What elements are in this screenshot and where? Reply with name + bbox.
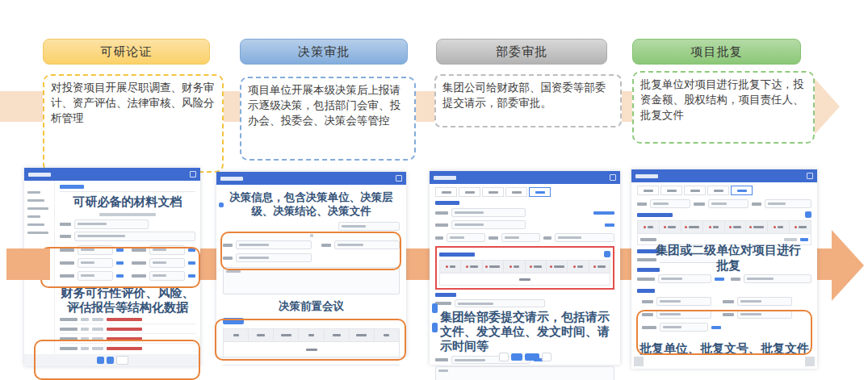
remarks-textarea[interactable] — [223, 267, 400, 294]
form-field[interactable] — [765, 199, 811, 208]
action-link[interactable] — [605, 223, 614, 227]
add-row-button[interactable] — [805, 211, 811, 218]
action-link[interactable] — [593, 211, 614, 215]
page-size-select[interactable] — [116, 356, 128, 365]
close-icon[interactable] — [610, 174, 616, 181]
section-title-bar — [637, 213, 673, 217]
table-header-cell — [660, 221, 681, 233]
form-field[interactable] — [74, 232, 195, 241]
table-header-cell — [568, 261, 589, 273]
tab-ministry-active[interactable] — [529, 187, 551, 197]
upload-link[interactable] — [116, 261, 124, 265]
nav-menu-item[interactable] — [27, 199, 44, 202]
field-label — [489, 236, 498, 240]
next-page-button[interactable] — [107, 357, 114, 364]
stage-description-ministry: 集团公司给财政部、国资委等部委提交请示，部委审批。 — [434, 74, 622, 127]
bottom-flow-arrow-start — [6, 248, 50, 280]
form-field[interactable] — [455, 299, 545, 307]
field-label — [223, 257, 233, 260]
tab-approval-active[interactable] — [731, 186, 753, 195]
form-field[interactable] — [78, 245, 113, 255]
tab-1[interactable] — [435, 187, 457, 197]
highlight-decision-fields — [220, 232, 401, 270]
tab-3[interactable] — [482, 187, 504, 197]
tab-4[interactable] — [505, 187, 527, 197]
upload-link[interactable] — [116, 248, 124, 252]
close-icon[interactable] — [190, 171, 196, 177]
action-link[interactable] — [800, 238, 808, 241]
field-label — [435, 211, 448, 215]
form-section-link[interactable] — [60, 185, 84, 189]
upload-link[interactable] — [188, 248, 195, 252]
modal-titlebar — [430, 171, 620, 184]
form-field[interactable] — [650, 199, 690, 208]
form-field[interactable] — [656, 297, 711, 306]
form-field[interactable] — [149, 245, 185, 255]
form-field[interactable] — [236, 240, 312, 249]
form-field[interactable] — [149, 258, 185, 268]
tab-1[interactable] — [637, 186, 659, 195]
add-meeting-button[interactable] — [223, 318, 244, 324]
nav-menu-item[interactable] — [27, 207, 48, 210]
field-label — [543, 236, 551, 240]
annotation-structured-data: 财务可行性评价、风险、评估报告等结构化数据 — [60, 286, 195, 315]
form-field[interactable] — [737, 297, 792, 306]
prev-page-button[interactable] — [97, 357, 104, 364]
form-field[interactable] — [338, 222, 400, 231]
annotation-approval-fields: 批复单位、批复文号、批复文件 — [637, 341, 811, 356]
nav-menu-item[interactable] — [27, 223, 44, 226]
more-button[interactable] — [542, 353, 551, 361]
text-placeholder — [92, 337, 103, 340]
table-header-cell — [483, 261, 504, 273]
form-field[interactable] — [78, 258, 113, 268]
required-hint-text — [107, 347, 142, 350]
field-label — [132, 274, 146, 278]
nav-menu-item[interactable] — [27, 232, 48, 234]
form-field[interactable] — [501, 233, 540, 242]
upload-link[interactable] — [711, 326, 721, 329]
action-link[interactable] — [715, 278, 724, 281]
close-icon[interactable] — [807, 173, 813, 179]
form-field[interactable] — [451, 208, 526, 217]
modal-titlebar — [24, 168, 200, 181]
section-title-bar — [439, 253, 475, 257]
upload-link[interactable] — [188, 261, 195, 265]
submit-button[interactable] — [525, 353, 539, 361]
form-field[interactable] — [658, 274, 711, 283]
form-field[interactable] — [660, 323, 708, 332]
form-field[interactable] — [149, 271, 185, 281]
form-field[interactable] — [236, 253, 312, 262]
table-header-cell — [274, 329, 299, 341]
form-field[interactable] — [78, 271, 113, 281]
upload-link[interactable] — [188, 274, 195, 278]
upload-link[interactable] — [116, 274, 124, 278]
form-field[interactable] — [737, 310, 792, 319]
remarks-textarea[interactable] — [435, 366, 614, 380]
save-button[interactable] — [511, 353, 522, 361]
form-field[interactable] — [451, 220, 526, 229]
form-field[interactable] — [74, 219, 149, 229]
tab-3[interactable] — [684, 186, 706, 195]
form-field[interactable] — [656, 310, 711, 319]
form-field[interactable] — [447, 233, 485, 242]
tab-bar — [637, 186, 811, 195]
form-field[interactable] — [334, 240, 400, 249]
cancel-button[interactable] — [499, 353, 509, 361]
close-icon[interactable] — [396, 175, 402, 182]
tab-2[interactable] — [660, 186, 682, 195]
form-field[interactable] — [555, 233, 614, 242]
nav-menu-item[interactable] — [27, 191, 40, 194]
tab-2[interactable] — [459, 187, 480, 197]
screenshot-panel-approval: 批复单位、批复文号、批复文件 集团或二级单位对项目进行批复 — [631, 169, 817, 369]
stage-header-feasibility: 可研论证 — [43, 39, 210, 65]
modal-title-placeholder — [635, 174, 658, 178]
highlight-request-table — [435, 246, 614, 290]
field-label — [60, 223, 71, 226]
nav-menu-item[interactable] — [27, 215, 40, 218]
form-field[interactable] — [744, 274, 811, 283]
add-row-button[interactable] — [604, 251, 610, 257]
form-field[interactable] — [708, 199, 748, 208]
tab-4[interactable] — [707, 186, 729, 195]
field-label — [731, 278, 740, 281]
field-label — [60, 347, 78, 350]
